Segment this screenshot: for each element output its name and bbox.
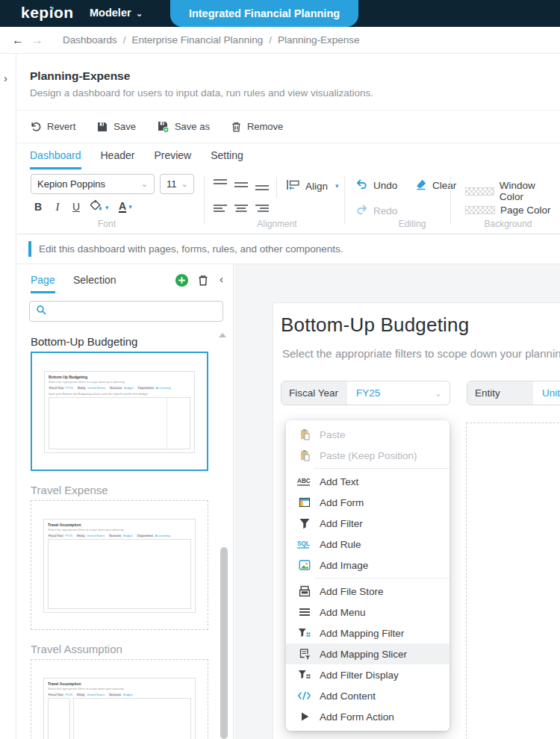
tab-page[interactable]: Page (31, 274, 55, 293)
remove-button[interactable]: Remove (231, 121, 283, 133)
font-size-select[interactable]: 11⌄ (160, 174, 194, 194)
filter-value: United States (533, 387, 560, 399)
menu-item-add-content[interactable]: Add Content (286, 685, 449, 706)
valign-middle-button[interactable] (234, 180, 249, 190)
dashboard-subtitle-text: Select the appropriate filters to scope … (282, 347, 560, 360)
page-subtitle: Design a dashboard for users to input da… (30, 87, 373, 99)
menu-item-label: Add Form Action (320, 711, 394, 723)
revert-icon (30, 121, 42, 133)
filter-pill-entity[interactable]: EntityUnited States (467, 381, 560, 405)
back-arrow-icon[interactable]: ← (12, 34, 24, 47)
page-name[interactable]: Travel Expense (31, 484, 234, 496)
menu-item-add-image[interactable]: Add Image (286, 555, 449, 576)
page-list-scrollbar[interactable] (220, 547, 228, 739)
breadcrumb-item[interactable]: Dashboards (63, 34, 117, 46)
form-placeholder-outline[interactable] (466, 422, 560, 739)
breadcrumb-item[interactable]: Enterprise Financial Planning (132, 34, 264, 46)
add-mapping-slicer-icon (297, 648, 311, 660)
menu-item-add-form[interactable]: Add Form (286, 492, 449, 513)
active-app-tab[interactable]: Integrated Financial Planning (170, 0, 358, 27)
breadcrumb: Dashboards/Enterprise Financial Planning… (63, 34, 360, 46)
save-button[interactable]: Save (96, 121, 136, 133)
page-name[interactable]: Bottom-Up Budgeting (31, 335, 234, 348)
menu-item-add-mapping-slicer[interactable]: Add Mapping Slicer (286, 643, 449, 664)
underline-button[interactable]: U (71, 201, 81, 213)
menu-item-add-filter[interactable]: Add Filter (286, 513, 449, 534)
thumbnail-filter-row: Fiscal YearFY25EntityUnited StatesScenar… (48, 693, 191, 696)
page-thumbnail[interactable]: Bottom-Up BudgetingSelect the appropriat… (31, 352, 208, 471)
dashboard-title-text: Bottom-Up Budgeting (281, 314, 469, 337)
search-input[interactable] (52, 302, 223, 321)
menu-item-add-mapping-filter[interactable]: Add Mapping Filter (286, 623, 449, 643)
font-color-button[interactable]: A ▾ (119, 201, 132, 213)
modeler-menu[interactable]: Modeler⌄ (90, 7, 143, 19)
thumbnail-title: Travel Assumption (48, 523, 191, 527)
menu-item-add-menu[interactable]: Add Menu (286, 602, 449, 623)
menu-item-add-rule[interactable]: SQLAdd Rule (286, 534, 449, 555)
breadcrumb-item[interactable]: Planning-Expense (278, 34, 360, 46)
add-page-button[interactable] (175, 273, 189, 290)
undo-button[interactable]: Undo (355, 178, 397, 193)
chevron-down-icon: ⌄ (136, 8, 143, 19)
revert-button[interactable]: Revert (30, 121, 75, 133)
font-family-select[interactable]: Kepion Poppins⌄ (31, 174, 155, 194)
thumbnail-filter: ScenarioBudget (109, 386, 133, 390)
filter-pill-fiscal-year[interactable]: Fiscal YearFY25⌄ (281, 381, 450, 405)
menu-item-add-text[interactable]: ABCAdd Text (286, 471, 449, 492)
delete-page-button[interactable] (197, 274, 209, 290)
thumbnail-preview: Travel AssumptionSelect the appropriate … (43, 678, 196, 739)
fill-color-button[interactable]: ▾ (89, 199, 109, 215)
page-name[interactable]: Travel Assumption (31, 643, 234, 655)
page-thumbnail[interactable]: Travel AssumptionSelect the appropriate … (31, 500, 208, 630)
expand-rail-icon[interactable]: › (4, 72, 7, 84)
menu-item-label: Paste (320, 429, 346, 440)
chevron-down-icon: ▾ (335, 182, 339, 190)
page-search[interactable] (29, 301, 223, 322)
menu-item-add-file-store[interactable]: Add File Store (286, 581, 449, 602)
valign-bottom-button[interactable] (255, 181, 270, 192)
group-separator (204, 176, 205, 224)
menu-item-add-filter-display[interactable]: Add Filter Display (286, 664, 449, 685)
add-menu-icon (297, 606, 311, 618)
thumbnail-filter: EntityUnited States (77, 386, 105, 390)
redo-button[interactable]: Redo (355, 204, 397, 218)
search-icon (36, 305, 47, 319)
forward-arrow-icon[interactable]: → (31, 34, 43, 47)
save-as-button[interactable]: Save as (157, 120, 210, 133)
left-rail: › (0, 54, 16, 739)
page-list-item[interactable]: Travel ExpenseTravel AssumptionSelect th… (31, 484, 234, 630)
plus-circle-icon (175, 277, 189, 290)
collapse-panel-icon[interactable]: ‹ (220, 272, 223, 285)
window-color-button[interactable]: Window Color (465, 180, 560, 202)
halign-left-button[interactable] (213, 203, 228, 213)
valign-top-button[interactable] (213, 178, 228, 189)
page-thumbnail[interactable]: Travel AssumptionSelect the appropriate … (31, 659, 208, 739)
canvas-context-menu: PastePaste (Keep Position)ABCAdd TextAdd… (286, 420, 449, 731)
tab-dashboard[interactable]: Dashboard (30, 149, 81, 169)
menu-item-label: Add Image (320, 560, 368, 571)
halign-center-button[interactable] (234, 203, 249, 213)
breadcrumb-separator: / (123, 34, 126, 46)
tab-selection[interactable]: Selection (73, 274, 116, 291)
halign-right-button[interactable] (255, 203, 270, 213)
paste-icon (297, 428, 311, 440)
menu-item-add-form-action[interactable]: Add Form Action (286, 706, 449, 727)
tab-setting[interactable]: Setting (211, 149, 243, 169)
page-color-swatch-icon (465, 206, 495, 214)
thumbnail-form-area (48, 698, 191, 739)
filter-label: Entity (467, 381, 533, 405)
paste-icon (297, 449, 311, 461)
page-color-button[interactable]: Page Color (465, 205, 551, 216)
tab-preview[interactable]: Preview (154, 149, 191, 169)
italic-button[interactable]: I (53, 201, 62, 213)
page-list-item[interactable]: Bottom-Up BudgetingBottom-Up BudgetingSe… (31, 335, 234, 471)
bold-button[interactable]: B (32, 201, 44, 213)
menu-item-label: Paste (Keep Position) (320, 450, 417, 461)
scroll-up-icon[interactable] (219, 333, 226, 337)
align-button[interactable]: Align ▾ (286, 179, 339, 193)
page-list-item[interactable]: Travel AssumptionTravel AssumptionSelect… (31, 643, 234, 739)
tab-header[interactable]: Header (101, 149, 135, 169)
thumbnail-filter: Fiscal YearFY25 (49, 386, 73, 390)
pages-panel: Page Selection ‹ Bottom-Up BudgetingBott… (17, 264, 234, 739)
info-strip: Edit this dashboard with pages, forms, r… (17, 234, 560, 264)
